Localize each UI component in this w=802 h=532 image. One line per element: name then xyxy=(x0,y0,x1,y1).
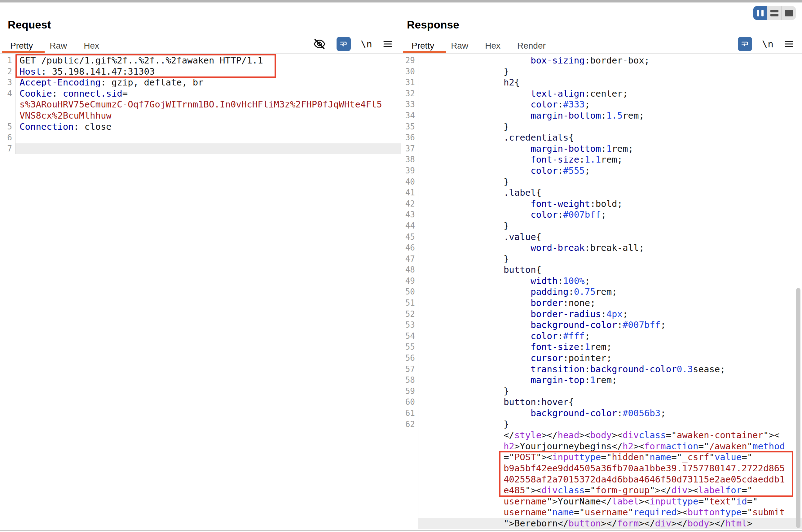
code-line[interactable]: username"name="username"required><button… xyxy=(401,507,802,518)
code-line[interactable]: 50padding:0.75rem; xyxy=(401,286,802,298)
code-line[interactable]: ">Bereborn</button></form></div></body><… xyxy=(401,518,802,529)
newline-toggle-icon[interactable]: \n xyxy=(361,38,372,50)
tab-hex[interactable]: Hex xyxy=(477,40,509,53)
code-line[interactable]: 46word-break:break-all; xyxy=(401,243,802,253)
code-line[interactable]: 44} xyxy=(401,221,802,232)
response-scrollbar[interactable] xyxy=(796,288,800,528)
code-line[interactable]: s%3ARouHRV75eCmumzC-Oqf7GojWITrnm1BO.In0… xyxy=(0,99,401,110)
code-text[interactable]: color:#333; xyxy=(418,99,802,110)
code-text[interactable]: border-radius:4px; xyxy=(418,309,802,320)
code-line[interactable]: 58margin-top:1rem; xyxy=(401,375,802,386)
code-text[interactable]: b9a5bf42ee9dd4505a36fb70aa1bbe39.1757780… xyxy=(418,463,802,474)
code-line[interactable]: 32text-align:center; xyxy=(401,88,802,99)
code-line[interactable]: 47} xyxy=(401,253,802,265)
code-text[interactable]: background-color:#0056b3; xyxy=(418,408,802,419)
code-line[interactable]: 7 xyxy=(0,144,401,154)
horizontal-split-view-button[interactable] xyxy=(767,6,781,20)
code-line[interactable]: 37margin-bottom:1rem; xyxy=(401,144,802,154)
code-text[interactable]: h2>Yourjourneybegins</h2><formaction="/a… xyxy=(418,441,802,452)
code-line[interactable]: 33color:#333; xyxy=(401,99,802,110)
code-line[interactable]: 41.label{ xyxy=(401,187,802,198)
code-text[interactable]: h2{ xyxy=(418,77,802,88)
code-line[interactable]: username">YourName</label><inputtype="te… xyxy=(401,496,802,507)
code-text[interactable]: background-color:#007bff; xyxy=(418,320,802,331)
code-text[interactable]: </style></head><body><divclass="awaken-c… xyxy=(418,430,802,441)
word-wrap-toggle-icon[interactable] xyxy=(336,37,351,51)
code-text[interactable]: Cookie: connect.sid= xyxy=(16,88,401,99)
code-text[interactable]: ="POST"><inputtype="hidden"name="_csrf"v… xyxy=(418,452,802,463)
code-line[interactable]: 31h2{ xyxy=(401,77,802,88)
code-line[interactable]: 43color:#007bff; xyxy=(401,209,802,221)
code-line[interactable]: 6 xyxy=(0,132,401,144)
code-line[interactable]: 402558af2a7015372da4d6bba4646f50d73115e2… xyxy=(401,474,802,485)
code-text[interactable]: GET /public/1.gif%2f..%2f..%2fawaken HTT… xyxy=(16,55,401,66)
code-line[interactable]: VNS8cx%2BcuMlhhuw xyxy=(0,110,401,121)
code-text[interactable]: word-break:break-all; xyxy=(418,243,802,253)
code-text[interactable]: margin-top:1rem; xyxy=(418,375,802,386)
code-text[interactable]: } xyxy=(418,121,802,133)
code-text[interactable]: color:#007bff; xyxy=(418,209,802,221)
code-line[interactable]: 45.value{ xyxy=(401,232,802,243)
code-line[interactable]: 59} xyxy=(401,386,802,397)
word-wrap-toggle-icon[interactable] xyxy=(738,37,752,51)
panel-divider[interactable] xyxy=(401,2,401,531)
code-text[interactable]: } xyxy=(418,66,802,77)
code-text[interactable]: } xyxy=(418,419,802,430)
code-line[interactable]: 40} xyxy=(401,176,802,188)
code-text[interactable]: Accept-Encoding: gzip, deflate, br xyxy=(16,77,401,88)
single-pane-view-button[interactable] xyxy=(781,6,796,20)
code-line[interactable]: 60button:hover{ xyxy=(401,397,802,408)
code-line[interactable]: 4Cookie: connect.sid= xyxy=(0,88,401,99)
code-line[interactable]: 36.credentials{ xyxy=(401,132,802,144)
code-line[interactable]: 30} xyxy=(401,66,802,77)
code-text[interactable]: width:100%; xyxy=(418,276,802,287)
menu-icon[interactable] xyxy=(783,38,795,50)
code-line[interactable]: 61background-color:#0056b3; xyxy=(401,408,802,419)
code-line[interactable]: 48button{ xyxy=(401,264,802,276)
code-line[interactable]: </style></head><body><divclass="awaken-c… xyxy=(401,430,802,441)
tab-hex[interactable]: Hex xyxy=(75,40,108,53)
code-line[interactable]: 38font-size:1.1rem; xyxy=(401,154,802,165)
code-text[interactable]: transition:background-color0.3sease; xyxy=(418,364,802,375)
pause-view-button[interactable] xyxy=(753,6,767,20)
code-text[interactable]: username"name="username"required><button… xyxy=(418,507,802,518)
code-line[interactable]: 53background-color:#007bff; xyxy=(401,320,802,331)
newline-toggle-icon[interactable]: \n xyxy=(762,38,773,50)
code-line[interactable]: 3Accept-Encoding: gzip, deflate, br xyxy=(0,77,401,88)
code-text[interactable]: .value{ xyxy=(418,232,802,243)
tab-raw[interactable]: Raw xyxy=(41,40,75,53)
menu-icon[interactable] xyxy=(382,38,393,50)
code-line[interactable]: 39color:#555; xyxy=(401,165,802,176)
code-text[interactable]: e485"><divclass="form-group"></div><labe… xyxy=(418,485,802,496)
code-text[interactable]: } xyxy=(418,176,802,188)
code-line[interactable]: 51border:none; xyxy=(401,298,802,309)
code-line[interactable]: 49width:100%; xyxy=(401,276,802,287)
code-text[interactable]: color:#fff; xyxy=(418,331,802,342)
code-text[interactable]: } xyxy=(418,253,802,265)
code-text[interactable] xyxy=(16,144,401,154)
code-text[interactable]: border:none; xyxy=(418,298,802,309)
code-line[interactable]: 35} xyxy=(401,121,802,133)
tab-render[interactable]: Render xyxy=(509,40,554,53)
hide-icon[interactable] xyxy=(312,37,327,51)
code-text[interactable]: box-sizing:border-box; xyxy=(418,55,802,66)
code-line[interactable]: 62} xyxy=(401,419,802,430)
code-text[interactable]: margin-bottom:1.5rem; xyxy=(418,110,802,121)
code-line[interactable]: 57transition:background-color0.3sease; xyxy=(401,364,802,375)
code-text[interactable]: 402558af2a7015372da4d6bba4646f50d73115e2… xyxy=(418,474,802,485)
code-text[interactable]: VNS8cx%2BcuMlhhuw xyxy=(16,110,401,121)
code-text[interactable]: color:#555; xyxy=(418,165,802,176)
code-text[interactable]: } xyxy=(418,221,802,232)
code-text[interactable]: button{ xyxy=(418,264,802,276)
code-line[interactable]: 56cursor:pointer; xyxy=(401,353,802,364)
code-line[interactable]: h2>Yourjourneybegins</h2><formaction="/a… xyxy=(401,441,802,452)
code-text[interactable]: username">YourName</label><inputtype="te… xyxy=(418,496,802,507)
tab-raw[interactable]: Raw xyxy=(442,40,477,53)
code-line[interactable]: 29box-sizing:border-box; xyxy=(401,55,802,66)
code-text[interactable]: font-size:1.1rem; xyxy=(418,154,802,165)
code-text[interactable]: s%3ARouHRV75eCmumzC-Oqf7GojWITrnm1BO.In0… xyxy=(16,99,401,110)
code-line[interactable]: 54color:#fff; xyxy=(401,331,802,342)
code-text[interactable]: .label{ xyxy=(418,187,802,198)
code-line[interactable]: 42font-weight:bold; xyxy=(401,198,802,210)
code-text[interactable]: Connection: close xyxy=(16,121,401,133)
